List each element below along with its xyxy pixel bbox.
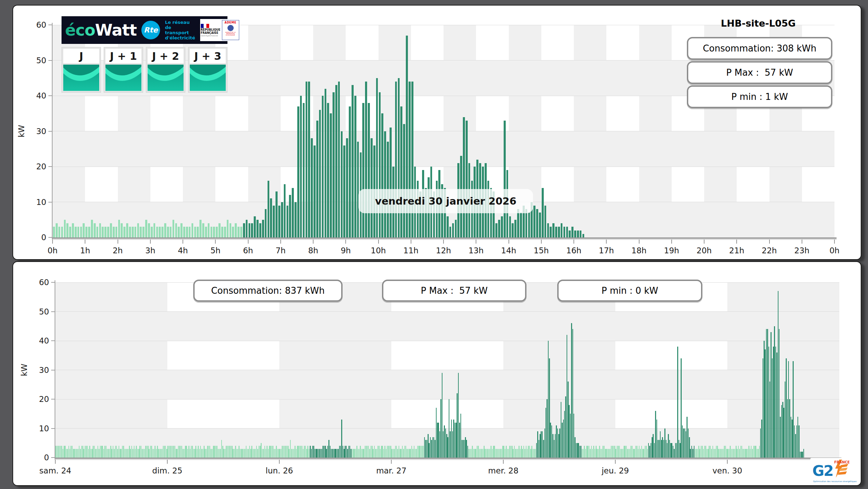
bar [274, 449, 274, 458]
bar [218, 223, 221, 237]
bar [332, 449, 333, 458]
bar [572, 329, 573, 458]
bar [148, 223, 150, 237]
bar [562, 423, 562, 458]
bar [89, 446, 90, 458]
bar [72, 446, 73, 458]
bar [715, 449, 715, 458]
bar [83, 223, 85, 237]
bar [716, 446, 717, 458]
bar [649, 446, 650, 458]
bar [101, 446, 102, 458]
bar [130, 449, 131, 458]
bar [528, 213, 530, 237]
bar [525, 209, 528, 237]
bar [418, 446, 419, 458]
bar [205, 227, 207, 237]
x-tick-label: 0h [829, 246, 839, 255]
bar [455, 423, 455, 458]
bar [325, 446, 326, 458]
forecast-tile-j3[interactable]: J + 3 [188, 47, 227, 93]
bar [400, 106, 402, 237]
bar [623, 449, 623, 458]
bar [751, 446, 752, 458]
bar [376, 449, 377, 458]
bar [556, 425, 557, 458]
bar [412, 449, 413, 458]
bar [779, 329, 780, 458]
bar [233, 449, 233, 458]
y-tick-label: 30 [36, 127, 46, 136]
bar [325, 89, 327, 238]
bar [64, 220, 66, 237]
x-tick-label: 6h [243, 246, 253, 255]
bar [368, 103, 370, 238]
bar [638, 449, 638, 458]
bar [407, 449, 407, 458]
bar [192, 446, 193, 458]
bar [311, 138, 313, 237]
bar [360, 446, 361, 458]
y-tick-label: 0 [41, 233, 46, 242]
bar [475, 449, 476, 458]
bar [738, 446, 739, 458]
bar [96, 449, 97, 458]
bar [647, 449, 648, 458]
forecast-tile-label: J + 2 [148, 49, 184, 63]
bar [803, 449, 804, 458]
forecast-tile-j[interactable]: J [62, 47, 101, 93]
bar [289, 449, 289, 458]
bar [435, 440, 435, 458]
bar [761, 420, 762, 458]
bar [371, 446, 371, 458]
bar [300, 446, 301, 458]
bar [674, 449, 674, 458]
bar [569, 405, 569, 458]
bar [371, 138, 373, 237]
bar [793, 361, 793, 458]
bar [141, 446, 141, 458]
bar [285, 446, 286, 458]
bar [380, 449, 381, 458]
x-tick-label: 21h [729, 246, 744, 255]
bar [306, 82, 308, 237]
bar [145, 446, 146, 458]
bar [661, 440, 662, 458]
bar [457, 393, 457, 458]
x-tick-label: 14h [501, 246, 516, 255]
bar [298, 446, 299, 458]
bar [75, 449, 76, 458]
bar [213, 227, 215, 237]
forecast-tile-j2[interactable]: J + 2 [146, 47, 185, 93]
bar [155, 446, 155, 458]
bar [249, 223, 251, 237]
bar [367, 446, 368, 458]
bar [559, 429, 560, 458]
forecast-tile-j1[interactable]: J + 1 [104, 47, 143, 93]
bar [506, 446, 506, 458]
checker-cell [639, 167, 672, 202]
bar [220, 449, 221, 458]
bar [142, 227, 144, 237]
bar [764, 341, 764, 458]
bar [193, 449, 194, 458]
bar [187, 449, 188, 458]
bar [563, 420, 564, 458]
bar [452, 223, 454, 237]
bar [411, 82, 413, 237]
bar [583, 449, 584, 458]
bar [64, 446, 64, 458]
bar [767, 329, 768, 458]
bar [555, 227, 557, 237]
bar [224, 227, 226, 237]
bar [754, 446, 755, 458]
bar [653, 434, 653, 458]
checker-cell [118, 167, 150, 202]
checker-row [55, 312, 839, 341]
x-axis-line [55, 458, 841, 459]
bar [108, 449, 109, 458]
bar [129, 446, 130, 458]
x-tick-label: 5h [211, 246, 221, 255]
bar [205, 449, 205, 458]
bar [604, 446, 605, 458]
